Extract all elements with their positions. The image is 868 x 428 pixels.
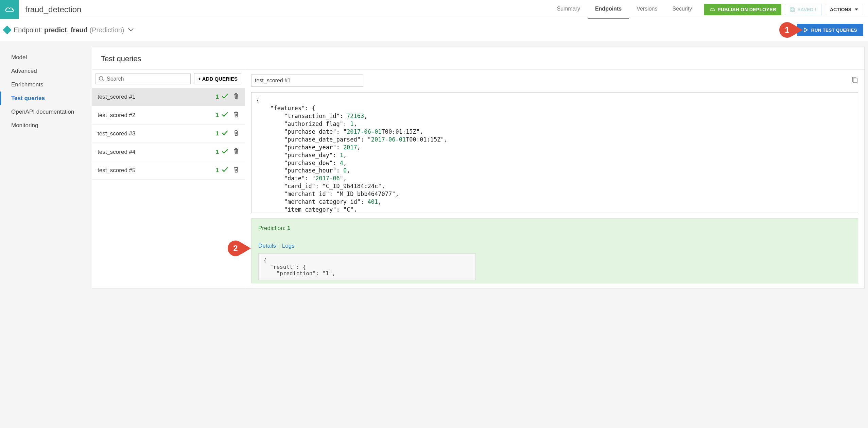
annotation-1-label: 1 [785, 25, 789, 35]
query-name: test_scored #5 [98, 167, 136, 174]
delete-query-button[interactable] [233, 129, 239, 138]
prediction-label: Prediction: [258, 225, 285, 231]
query-count: 1 [216, 149, 219, 155]
tab-endpoints[interactable]: Endpoints [588, 0, 629, 19]
run-label: RUN TEST QUERIES [811, 28, 857, 33]
endpoint-dropdown[interactable] [128, 27, 134, 33]
app-logo[interactable] [0, 0, 19, 19]
check-icon [222, 130, 228, 137]
cloud-icon [709, 7, 715, 12]
query-count: 1 [216, 130, 219, 137]
top-bar: fraud_detection SummaryEndpointsVersions… [0, 0, 868, 19]
query-detail-panel: { "features": { "transaction_id": 72163,… [245, 70, 864, 288]
result-json: { "result": { "prediction": "1", [258, 253, 476, 280]
top-actions: PUBLISH ON DEPLOYER SAVED ! ACTIONS [699, 4, 868, 15]
annotation-2-label: 2 [233, 244, 238, 253]
search-box[interactable] [96, 73, 191, 84]
logs-link[interactable]: Logs [282, 243, 295, 249]
tab-security[interactable]: Security [665, 0, 700, 19]
sidebar: ModelAdvancedEnrichmentsTest queriesOpen… [0, 41, 92, 142]
body: ModelAdvancedEnrichmentsTest queriesOpen… [0, 41, 868, 289]
query-row[interactable]: test_scored #51 [92, 161, 245, 180]
saved-label: SAVED ! [797, 7, 816, 12]
chevron-down-icon [855, 9, 858, 11]
prediction-value: 1 [287, 225, 290, 231]
endpoint-name: predict_fraud [44, 26, 88, 34]
copy-button[interactable] [851, 76, 858, 85]
query-row[interactable]: test_scored #31 [92, 125, 245, 143]
query-count: 1 [216, 167, 219, 174]
app-title: fraud_detection [25, 5, 81, 14]
endpoint-icon [3, 26, 11, 34]
sidebar-item-enrichments[interactable]: Enrichments [0, 78, 92, 92]
actions-label: ACTIONS [830, 7, 851, 12]
delete-query-button[interactable] [233, 166, 239, 175]
save-icon [790, 7, 795, 12]
sidebar-item-model[interactable]: Model [0, 51, 92, 64]
annotation-1: 1 [779, 22, 795, 38]
play-icon [803, 27, 809, 33]
sidebar-item-advanced[interactable]: Advanced [0, 64, 92, 78]
search-icon [99, 76, 105, 82]
endpoint-bar: Endpoint: predict_fraud (Prediction) 1 R… [0, 19, 868, 41]
top-tabs: SummaryEndpointsVersionsSecurity [549, 0, 699, 19]
query-row[interactable]: test_scored #11 [92, 88, 245, 106]
tab-versions[interactable]: Versions [629, 0, 665, 19]
endpoint-prefix: Endpoint: [14, 26, 42, 34]
query-row[interactable]: test_scored #41 [92, 143, 245, 161]
search-input[interactable] [107, 76, 188, 82]
svg-point-0 [99, 76, 103, 80]
delete-query-button[interactable] [233, 111, 239, 119]
details-link[interactable]: Details [258, 243, 276, 249]
check-icon [222, 148, 228, 155]
cloud-icon [4, 6, 15, 13]
svg-rect-1 [853, 78, 857, 83]
separator: | [278, 243, 280, 249]
publish-button[interactable]: PUBLISH ON DEPLOYER [704, 4, 781, 15]
run-test-queries-button[interactable]: RUN TEST QUERIES [797, 24, 863, 36]
sidebar-item-monitoring[interactable]: Monitoring [0, 119, 92, 132]
sidebar-item-test-queries[interactable]: Test queries [0, 92, 92, 105]
query-name: test_scored #2 [98, 112, 136, 119]
query-name-input[interactable] [251, 75, 363, 87]
query-json-editor[interactable]: { "features": { "transaction_id": 72163,… [251, 92, 858, 213]
query-row[interactable]: test_scored #21 [92, 106, 245, 125]
prediction-box: Prediction: 1 2 Details | Logs { "result… [251, 218, 858, 283]
query-name: test_scored #4 [98, 149, 136, 155]
copy-icon [851, 76, 858, 84]
endpoint-title: Endpoint: predict_fraud (Prediction) [14, 26, 124, 34]
publish-label: PUBLISH ON DEPLOYER [717, 7, 776, 12]
sidebar-item-openapi-documentation[interactable]: OpenAPI documentation [0, 105, 92, 119]
query-list-panel: + ADD QUERIES test_scored #11test_scored… [92, 70, 245, 288]
check-icon [222, 167, 228, 174]
query-name: test_scored #3 [98, 130, 136, 137]
actions-button[interactable]: ACTIONS [825, 4, 863, 15]
add-queries-button[interactable]: + ADD QUERIES [194, 73, 241, 84]
check-icon [222, 112, 228, 119]
main-panel: Test queries + ADD QUERIES test_scored #… [92, 47, 865, 289]
panel-split: + ADD QUERIES test_scored #11test_scored… [92, 69, 864, 288]
query-count: 1 [216, 112, 219, 119]
query-count: 1 [216, 94, 219, 100]
saved-button[interactable]: SAVED ! [785, 4, 821, 15]
tab-summary[interactable]: Summary [549, 0, 587, 19]
delete-query-button[interactable] [233, 93, 239, 101]
endpoint-type: (Prediction) [89, 26, 124, 34]
annotation-2: 2 [228, 241, 243, 256]
panel-title: Test queries [92, 47, 864, 69]
delete-query-button[interactable] [233, 148, 239, 156]
query-name: test_scored #1 [98, 94, 136, 100]
check-icon [222, 93, 228, 100]
chevron-down-icon [128, 28, 134, 32]
